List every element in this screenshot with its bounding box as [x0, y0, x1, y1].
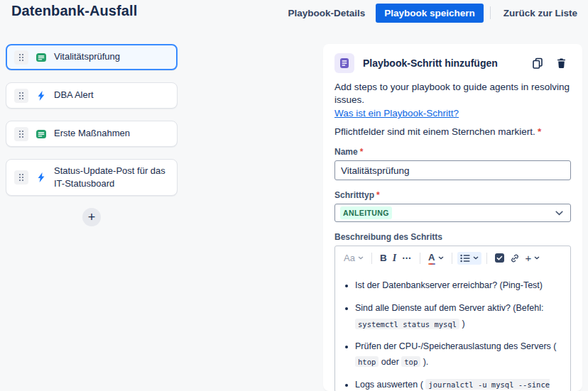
link-icon [510, 253, 520, 263]
automation-step-icon [36, 90, 47, 101]
copy-icon [532, 57, 543, 69]
toolbar-divider [371, 253, 372, 264]
drag-handle[interactable] [14, 127, 28, 141]
instruction-step-icon [36, 52, 47, 63]
toolbar-divider [420, 253, 420, 264]
more-formatting-button[interactable]: ⋯ [399, 250, 415, 265]
help-link[interactable]: Was ist ein Playbook-Schritt? [334, 108, 459, 119]
drag-handle-icon [18, 130, 24, 138]
step-label: DBA Alert [54, 89, 94, 101]
panel-actions [530, 56, 571, 70]
step-type-select[interactable]: ANLEITUNG [334, 204, 571, 222]
description-bullet: Sind alle Dienste auf dem Server aktiv? … [355, 301, 563, 332]
description-content[interactable]: Ist der Datenbankserver erreichbar? (Pin… [335, 268, 570, 391]
required-asterisk: * [360, 147, 364, 157]
insert-button[interactable]: + [523, 250, 543, 266]
panel-title: Playbook-Schritt hinzufügen [363, 57, 498, 69]
description-bullet: Ist der Datenbankserver erreichbar? (Pin… [355, 278, 563, 294]
text-color-button[interactable]: A [425, 250, 446, 266]
description-list: Ist der Datenbankserver erreichbar? (Pin… [338, 278, 563, 391]
text-style-button[interactable]: Aa [341, 250, 366, 265]
playbook-details-button[interactable]: Playbook-Details [281, 4, 371, 22]
step-editor-panel: Playbook-Schritt hinzufügen Add steps to… [323, 44, 582, 391]
step-list: VitalitätsprüfungDBA AlertErste Maßnahme… [6, 44, 178, 196]
list-button[interactable] [457, 252, 481, 265]
add-step-button[interactable]: + [82, 208, 101, 226]
editor-toolbar: Aa B I ⋯ A + [335, 246, 570, 268]
header-divider [490, 6, 491, 19]
step-label: Vitalitätsprüfung [54, 50, 120, 63]
required-note-text: Pflichtfelder sind mit einem Sternchen m… [334, 126, 535, 137]
intro-text: Add steps to your playbook to guide agen… [334, 81, 571, 106]
drag-handle[interactable] [14, 170, 28, 185]
drag-handle-icon [18, 53, 24, 62]
playbook-editor-page: Datenbank-Ausfall Playbook-Details Playb… [0, 0, 588, 391]
required-asterisk: * [376, 190, 380, 200]
drag-handle-icon [18, 173, 24, 182]
automation-step-icon [36, 172, 47, 183]
chevron-down-icon [358, 256, 364, 260]
chevron-down-icon [473, 256, 479, 260]
description-bullet: Prüfen der CPU-/Speicherauslastung des S… [355, 339, 563, 370]
drag-handle-icon [18, 92, 24, 100]
step-type-badge: ANLEITUNG [340, 206, 392, 219]
checkbox-icon [495, 253, 504, 263]
description-label: Beschreibung des Schritts [334, 232, 571, 242]
text-color-icon: A [428, 252, 435, 264]
drag-handle[interactable] [14, 89, 28, 103]
name-input[interactable] [334, 160, 571, 180]
playbook-save-button[interactable]: Playbook speichern [376, 4, 484, 23]
header-actions: Playbook-Details Playbook speichern Zurü… [281, 4, 584, 22]
description-bullet: Logs auswerten ( journalctl -u mysql --s… [355, 378, 563, 391]
description-editor: Aa B I ⋯ A + Ist der Datenbankserver err… [334, 246, 571, 391]
toolbar-divider [452, 253, 452, 264]
step-card[interactable]: Vitalitätsprüfung [6, 44, 178, 70]
required-asterisk: * [538, 126, 541, 137]
step-card[interactable]: Status-Update-Post für das IT-Statusboar… [6, 159, 178, 196]
panel-header: Playbook-Schritt hinzufügen [334, 53, 571, 73]
name-label: Name* [334, 147, 571, 157]
delete-step-button[interactable] [555, 56, 568, 70]
chevron-down-icon [555, 211, 563, 216]
steps-column: VitalitätsprüfungDBA AlertErste Maßnahme… [6, 44, 178, 226]
italic-button[interactable]: I [390, 250, 399, 266]
playbook-step-icon [334, 53, 354, 73]
copy-step-button[interactable] [530, 56, 545, 70]
required-note: Pflichtfelder sind mit einem Sternchen m… [334, 126, 571, 137]
task-list-button[interactable] [492, 251, 507, 265]
page-title: Datenbank-Ausfall [11, 3, 137, 19]
drag-handle[interactable] [14, 50, 28, 65]
bold-button[interactable]: B [377, 250, 390, 265]
chevron-down-icon [438, 256, 444, 260]
toolbar-divider [486, 253, 487, 264]
step-type-label: Schritttyp* [334, 190, 571, 200]
step-label: Status-Update-Post für das IT-Statusboar… [54, 165, 169, 190]
trash-icon [556, 57, 567, 69]
bullet-list-icon [460, 254, 470, 263]
step-card[interactable]: DBA Alert [6, 82, 178, 109]
back-to-list-button[interactable]: Zurück zur Liste [497, 4, 584, 22]
link-button[interactable] [507, 251, 523, 265]
step-card[interactable]: Erste Maßnahmen [6, 121, 178, 147]
chevron-down-icon [534, 256, 540, 260]
instruction-step-icon [36, 128, 47, 140]
step-label: Erste Maßnahmen [54, 127, 130, 140]
